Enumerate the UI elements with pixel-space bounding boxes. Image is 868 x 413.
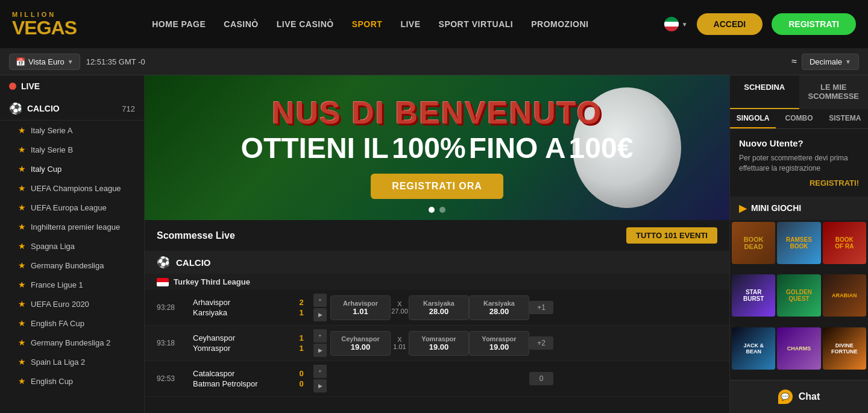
nav-sport[interactable]: SPORT xyxy=(352,19,383,29)
banner-cta-button[interactable]: REGISTRATI ORA xyxy=(371,174,503,199)
tab-mie-scommesse[interactable]: LE MIE SCOMMESSE xyxy=(799,75,869,109)
banner-dot-1[interactable] xyxy=(429,207,435,213)
time-display: 12:51:35 GMT -0 xyxy=(86,57,145,66)
star-icon: ★ xyxy=(18,338,26,347)
karsiyaka-label: Karsiyaka xyxy=(476,300,523,307)
match-teams: Catalcaspor Batman Petrolspor xyxy=(193,369,289,388)
sidebar-item-premier[interactable]: ★ Inghilterra premier league xyxy=(0,217,144,236)
sidebar-item-euro2020[interactable]: ★ UEFA Euro 2020 xyxy=(0,294,144,314)
draw-odd-value: 27.00 xyxy=(391,307,409,315)
star-icon: ★ xyxy=(18,241,26,251)
chat-bar[interactable]: 💬 Chat xyxy=(730,380,868,413)
nav-sport-virtuali[interactable]: SPORT VIRTUALI xyxy=(439,19,514,29)
sidebar-item-uel[interactable]: ★ UEFA Europa League xyxy=(0,198,144,217)
header: MILLION VEGAS HOME PAGE CASINÒ LIVE CASI… xyxy=(0,0,868,48)
soccer-ball-icon: ⚽ xyxy=(9,102,22,115)
tab-schedina[interactable]: SCHEDINA xyxy=(730,75,799,109)
away-odd-button[interactable]: Karsiyaka 28.00 xyxy=(409,295,469,320)
banner-text: NUS DI BENVENUTO OTTIENI IL 100% FINO A … xyxy=(145,75,729,220)
stats-icon-button[interactable]: + xyxy=(313,329,327,342)
game-thumb-divine[interactable]: DIVINEFORTUNE xyxy=(823,327,866,370)
language-selector[interactable]: ▼ xyxy=(664,17,688,31)
star-icon: ★ xyxy=(18,145,26,154)
game-thumb-book-ra[interactable]: BOOKOF RA xyxy=(823,222,866,264)
draw-section: X 27.00 xyxy=(391,300,409,315)
sidebar-item-italy-serie-a[interactable]: ★ Italy Serie A xyxy=(0,121,144,140)
karsiyaka-value: 28.00 xyxy=(476,307,523,316)
league-name: UEFA Europa League xyxy=(31,203,107,212)
accedi-button[interactable]: ACCEDI xyxy=(697,13,763,35)
sidebar-item-english-cup[interactable]: ★ English Cup xyxy=(0,371,144,391)
subtab-singola[interactable]: SINGOLA xyxy=(730,109,776,128)
nav-live[interactable]: LIVE xyxy=(400,19,420,29)
home-odd-button[interactable]: Arhavispor 1.01 xyxy=(330,295,391,320)
banner-dots xyxy=(429,207,445,213)
subtab-combo[interactable]: COMBO xyxy=(776,109,822,128)
banner-dot-2[interactable] xyxy=(439,207,445,213)
team2-name: Karsiyaka xyxy=(193,308,289,317)
karsiyaka-odd-button[interactable]: Karsiyaka 28.00 xyxy=(469,295,529,320)
games-grid: BOOKDEAD RAMSESBOOK BOOKOF RA STARBURST … xyxy=(730,220,868,380)
league-name: Italy Serie A xyxy=(31,126,72,135)
vista-label: Vista Euro xyxy=(28,57,64,66)
sidebar-item-liga[interactable]: ★ Spagna Liga xyxy=(0,236,144,256)
mini-giochi-section: ▶ MINI GIOCHI xyxy=(730,197,868,220)
game-thumb-charms[interactable]: CHARMS xyxy=(777,327,820,370)
more-odds-button[interactable]: 0 xyxy=(529,372,553,385)
sidebar-item-laliga2[interactable]: ★ Spain La Liga 2 xyxy=(0,352,144,371)
sidebar-item-bundesliga2[interactable]: ★ Germany Bundesliga 2 xyxy=(0,333,144,352)
nav-promozioni[interactable]: PROMOZIONI xyxy=(531,19,588,29)
sidebar-item-ucl[interactable]: ★ UEFA Champions League xyxy=(0,178,144,198)
sidebar-item-fa-cup[interactable]: ★ English FA Cup xyxy=(0,314,144,333)
away-odd-button[interactable]: Yomraspor 19.00 xyxy=(409,331,469,356)
scommesse-live-title: Scommesse Live xyxy=(157,230,235,241)
star-icon: ★ xyxy=(18,299,26,309)
registrati-button[interactable]: REGISTRATI xyxy=(772,13,856,35)
sidebar-item-italy-serie-b[interactable]: ★ Italy Serie B xyxy=(0,140,144,159)
yomraspor-label: Yomraspor xyxy=(476,335,523,342)
sidebar-calcio-section[interactable]: ⚽ CALCIO 712 xyxy=(0,97,144,121)
home-odd-button[interactable]: Ceyhanspor 19.00 xyxy=(330,331,391,356)
live-icon-button[interactable]: ▶ xyxy=(313,379,327,393)
live-label: LIVE xyxy=(21,81,40,91)
vista-selector[interactable]: 📅 Vista Euro ▼ xyxy=(9,54,80,70)
sidebar-item-bundesliga[interactable]: ★ Germany Bundesliga xyxy=(0,256,144,275)
sidebar-item-italy-cup[interactable]: ★ Italy Cup xyxy=(0,159,144,178)
nav-live-casino[interactable]: LIVE CASINÒ xyxy=(277,19,334,29)
sidebar-item-ligue1[interactable]: ★ France Ligue 1 xyxy=(0,275,144,294)
league-name: English Cup xyxy=(31,377,73,386)
play-icon: ▶ xyxy=(739,203,746,214)
live-icon-button[interactable]: ▶ xyxy=(313,308,327,321)
league-name: English FA Cup xyxy=(31,319,84,328)
game-thumb-starburst[interactable]: STARBURST xyxy=(732,274,775,317)
stats-icon-button[interactable]: + xyxy=(313,365,327,378)
new-user-title: Nuovo Utente? xyxy=(739,138,859,148)
game-thumb-golden-quest[interactable]: GOLDENQUEST xyxy=(777,274,820,317)
live-icon-button[interactable]: ▶ xyxy=(313,344,327,357)
decimale-selector[interactable]: Decimale ▼ xyxy=(802,54,859,70)
more-odds-button[interactable]: +1 xyxy=(529,301,553,314)
star-icon: ★ xyxy=(18,183,26,193)
stats-icon-button[interactable]: + xyxy=(313,294,327,307)
toolbar-right: ≈ Decimale ▼ xyxy=(791,54,859,70)
draw-label: X xyxy=(391,336,409,343)
content-area: NUS DI BENVENUTO OTTIENI IL 100% FINO A … xyxy=(145,75,729,413)
tutto-eventi-button[interactable]: TUTTO 101 EVENTI xyxy=(626,227,717,244)
away-odd-value: 28.00 xyxy=(415,307,462,316)
game-thumb-ramses[interactable]: RAMSESBOOK xyxy=(777,222,820,264)
game-thumb-arabian[interactable]: ARABIAN xyxy=(823,274,866,317)
game-thumb-jack[interactable]: JACK &BEAN xyxy=(732,327,775,370)
subtab-sistema[interactable]: SISTEMA xyxy=(822,109,868,128)
nav-homepage[interactable]: HOME PAGE xyxy=(152,19,206,29)
turkey-league-row: Turkey Third League xyxy=(145,274,729,290)
star-icon: ★ xyxy=(18,203,26,212)
league-name: Spagna Liga xyxy=(31,242,75,251)
registrati-link[interactable]: REGISTRATI! xyxy=(739,178,859,188)
yomraspor-odd-button[interactable]: Yomraspor 19.00 xyxy=(469,331,529,356)
sidebar-live-item[interactable]: LIVE xyxy=(0,75,144,97)
logo[interactable]: MILLION VEGAS xyxy=(12,11,77,37)
game-thumb-book-dead[interactable]: BOOKDEAD xyxy=(732,222,775,264)
nav-casino[interactable]: CASINÒ xyxy=(224,19,258,29)
more-odds-button[interactable]: +2 xyxy=(529,336,553,350)
home-odd-value: 19.00 xyxy=(337,342,384,352)
